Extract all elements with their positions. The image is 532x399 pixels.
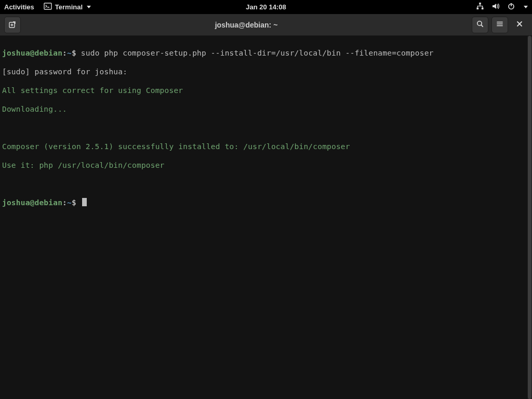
svg-rect-2: [477, 8, 479, 10]
search-icon: [476, 20, 484, 30]
prompt-path: ~: [67, 49, 72, 57]
terminal-line: Composer (version 2.5.1) successfully in…: [2, 142, 530, 151]
prompt-dollar: $: [72, 49, 76, 57]
chevron-down-icon: [87, 6, 91, 8]
prompt-dollar: $: [72, 198, 76, 207]
terminal-line: joshua@debian:~$ sudo php composer-setup…: [2, 48, 530, 58]
svg-rect-0: [44, 3, 51, 9]
terminal-line: [2, 179, 530, 189]
cursor: [82, 198, 87, 206]
network-icon[interactable]: [476, 2, 484, 12]
window-title: joshua@debian: ~: [21, 21, 472, 29]
hamburger-icon: [496, 20, 504, 30]
terminal-line: Use it: php /usr/local/bin/composer: [2, 161, 530, 170]
close-icon: [516, 20, 523, 29]
power-icon[interactable]: [507, 2, 515, 12]
terminal-line: [sudo] password for joshua:: [2, 67, 530, 76]
clock-menu[interactable]: Jan 20 14:08: [246, 3, 286, 11]
terminal-icon: [44, 2, 52, 12]
app-menu-label: Terminal: [55, 3, 83, 11]
prompt-sep: :: [62, 198, 67, 207]
svg-rect-5: [511, 3, 512, 6]
search-button[interactable]: [472, 17, 488, 33]
command-text: sudo php composer-setup.php --install-di…: [76, 49, 434, 57]
gnome-topbar: Activities Terminal Jan 20 14:08: [0, 0, 532, 14]
activities-button[interactable]: Activities: [4, 3, 34, 11]
clock-label: Jan 20 14:08: [246, 3, 286, 11]
activities-label: Activities: [4, 3, 34, 11]
prompt-user-host: joshua@debian: [2, 49, 62, 57]
window-headerbar: joshua@debian: ~: [0, 14, 532, 36]
new-tab-button[interactable]: [4, 17, 21, 33]
app-menu[interactable]: Terminal: [44, 2, 91, 12]
system-menu-chevron-icon[interactable]: [524, 6, 528, 8]
terminal-viewport[interactable]: joshua@debian:~$ sudo php composer-setup…: [0, 36, 532, 399]
close-button[interactable]: [511, 17, 528, 33]
terminal-line: Downloading...: [2, 104, 530, 114]
scrollbar-thumb[interactable]: [528, 36, 531, 399]
volume-icon[interactable]: [491, 2, 500, 12]
terminal-line: [2, 123, 530, 132]
prompt-path: ~: [67, 198, 72, 207]
terminal-line: All settings correct for using Composer: [2, 86, 530, 95]
terminal-line: joshua@debian:~$: [2, 198, 530, 207]
prompt-user-host: joshua@debian: [2, 198, 62, 207]
scrollbar[interactable]: [527, 36, 532, 399]
svg-rect-3: [482, 8, 484, 10]
svg-rect-1: [479, 3, 481, 5]
menu-button[interactable]: [491, 17, 508, 33]
prompt-sep: :: [62, 49, 67, 57]
